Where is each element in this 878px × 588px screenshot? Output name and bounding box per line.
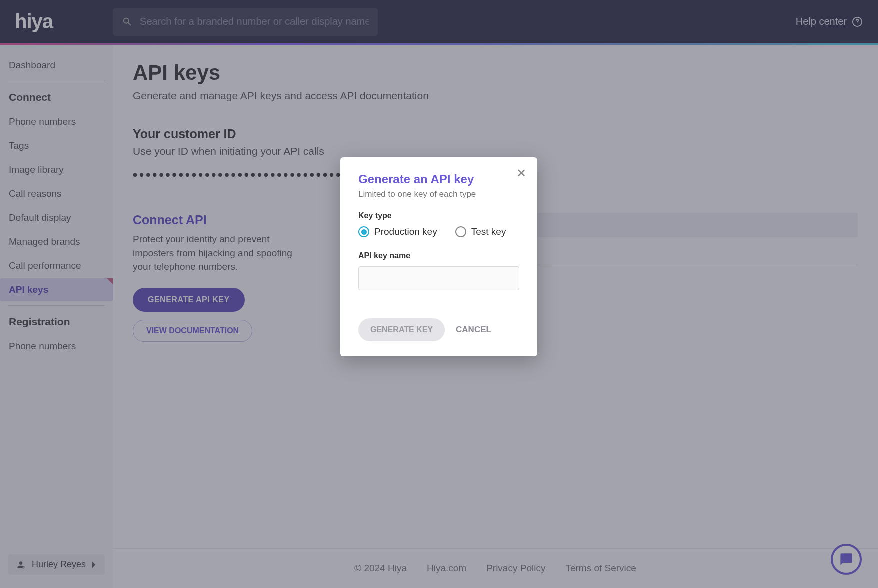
modal-subtitle: Limited to one key of each type (358, 190, 520, 200)
modal-overlay[interactable]: ✕ Generate an API key Limited to one key… (0, 0, 878, 588)
api-key-name-label: API key name (358, 252, 520, 260)
radio-label: Production key (374, 226, 438, 238)
generate-key-button[interactable]: GENERATE KEY (358, 318, 445, 342)
generate-api-key-modal: ✕ Generate an API key Limited to one key… (340, 158, 538, 356)
close-icon[interactable]: ✕ (516, 166, 526, 180)
api-key-name-input[interactable] (358, 266, 520, 290)
radio-production-key[interactable]: Production key (358, 226, 438, 238)
radio-test-key[interactable]: Test key (456, 226, 506, 238)
modal-title: Generate an API key (358, 172, 520, 186)
radio-icon (358, 226, 370, 238)
key-type-label: Key type (358, 212, 520, 220)
radio-label: Test key (472, 226, 506, 238)
cancel-button[interactable]: CANCEL (456, 325, 492, 335)
radio-icon (456, 226, 466, 238)
